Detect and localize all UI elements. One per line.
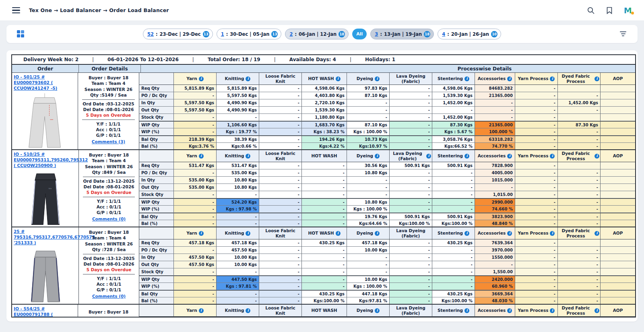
info-icon[interactable]: i	[550, 308, 555, 313]
info-icon[interactable]: i	[507, 231, 512, 236]
info-icon[interactable]: i	[246, 154, 250, 159]
info-icon[interactable]: i	[507, 76, 512, 81]
info-icon[interactable]: i	[464, 154, 469, 159]
info-icon[interactable]: i	[464, 76, 469, 81]
info-icon[interactable]: i	[594, 308, 599, 313]
data-cell: -	[259, 99, 302, 107]
week-number-link[interactable]: 4	[442, 31, 445, 37]
info-icon[interactable]: i	[375, 76, 380, 81]
info-icon[interactable]: i	[199, 154, 204, 159]
process-column-header: Stenteringi	[432, 73, 475, 85]
data-cell: -	[515, 213, 558, 220]
info-icon[interactable]: i	[594, 154, 599, 159]
data-cell: -	[174, 268, 217, 276]
info-icon[interactable]: i	[336, 231, 341, 236]
info-icon[interactable]: i	[426, 154, 431, 159]
data-cell: -	[558, 206, 601, 213]
data-cell: -	[515, 92, 558, 99]
info-icon[interactable]: i	[507, 154, 512, 159]
process-column-label: Yarn	[186, 153, 197, 158]
order-link[interactable]: IO - 501/25 # EU0000793602 ( CCUOW241247…	[14, 74, 76, 91]
info-icon[interactable]: i	[594, 231, 599, 236]
detail-ratio-line: Acc : 0/1/1	[80, 281, 137, 287]
comments-link[interactable]: Comments (3)	[92, 139, 125, 144]
data-cell	[601, 99, 635, 107]
data-cell: 63318.282	[475, 136, 515, 143]
data-cell: -	[259, 92, 302, 99]
order-details-cell: Buyer : Buyer 18Team : Team 4Season : WI…	[78, 73, 139, 149]
comments-link[interactable]: Comments (0)	[92, 216, 126, 222]
info-icon[interactable]: i	[507, 308, 512, 313]
info-icon[interactable]: i	[375, 231, 380, 236]
data-cell: Kgs:97.81 %	[347, 297, 390, 305]
process-column-label: Knitting	[225, 231, 244, 235]
data-cell: -	[515, 114, 558, 121]
data-cell: -	[558, 128, 601, 136]
info-icon[interactable]: i	[464, 308, 469, 313]
week-filter-chip[interactable]: 2:06-Jan | 12-Jan18	[285, 29, 349, 39]
process-column-header: Dyed Fabric Processi	[558, 305, 601, 317]
chip-count-badge: 10	[491, 31, 497, 37]
data-cell: -	[558, 290, 601, 297]
filter-icon[interactable]	[620, 31, 626, 36]
week-number-link[interactable]: 52	[147, 31, 154, 37]
info-icon[interactable]: i	[199, 308, 204, 313]
process-column-label: HOT WASH	[311, 153, 337, 158]
order-link[interactable]: IO - 510/25 # EU0000795311,795260,795312…	[14, 151, 77, 169]
process-column-label: Yarn Process	[518, 231, 549, 235]
detail-line: Buyer : Buyer 18	[80, 229, 137, 235]
data-cell: -	[515, 136, 558, 143]
process-column-header: Knittingi	[217, 227, 259, 239]
process-column-header: Knittingi	[217, 73, 259, 85]
info-icon[interactable]: i	[246, 231, 250, 236]
info-icon[interactable]: i	[550, 231, 555, 236]
week-number-link[interactable]: 3	[375, 31, 378, 37]
info-icon[interactable]: i	[375, 154, 380, 159]
info-icon[interactable]: i	[199, 76, 204, 81]
data-cell: -	[217, 191, 259, 198]
week-number-link[interactable]: 2	[289, 31, 293, 37]
data-cell: -	[558, 92, 601, 99]
chip-count-badge: 13	[203, 31, 209, 37]
order-link[interactable]: IO - 554/25 # EU0000791788 (	[14, 306, 76, 317]
week-filter-chip[interactable]: 1:30-Dec | 05-Jan13	[217, 29, 282, 39]
bookmark-icon[interactable]	[605, 6, 613, 14]
data-cell: -	[259, 121, 302, 128]
process-column-label: AOP	[613, 153, 623, 158]
process-column-header: Accessoriesi	[475, 150, 515, 162]
hamburger-menu-icon[interactable]	[12, 7, 20, 14]
info-icon[interactable]: i	[375, 308, 380, 313]
week-filter-chip[interactable]: 52:23-Dec | 29-Dec13	[143, 29, 213, 39]
info-icon[interactable]: i	[336, 76, 341, 81]
data-cell: -	[347, 254, 390, 261]
info-icon[interactable]: i	[550, 76, 555, 81]
info-icon[interactable]: i	[594, 76, 599, 81]
all-weeks-chip[interactable]: All	[352, 29, 367, 39]
data-cell: Kgs:3.76 %	[174, 143, 217, 150]
info-icon[interactable]: i	[199, 231, 204, 236]
process-table: YarniKnittingiLoose Fabric KnitHOT WASHi…	[139, 227, 635, 304]
info-icon[interactable]: i	[464, 231, 469, 236]
info-icon[interactable]: i	[246, 308, 250, 313]
week-number-link[interactable]: 1	[221, 31, 224, 37]
data-cell: -	[259, 283, 302, 290]
data-cell: -	[390, 128, 432, 136]
data-cell: -	[432, 184, 475, 191]
process-column-header: AOP	[601, 73, 635, 85]
order-cell: 25 # 795316,795317,6770576,6770575 '2513…	[12, 227, 79, 304]
search-icon[interactable]	[587, 6, 595, 14]
data-cell: -	[515, 261, 558, 268]
week-filter-chip[interactable]: 3:13-Jan | 19-Jan18	[370, 29, 434, 39]
comments-link[interactable]: Comments (0)	[92, 293, 126, 299]
dashboard-grid-icon[interactable]	[17, 30, 24, 37]
process-column-header: Stenteringi	[432, 150, 475, 162]
data-cell: 2990.000	[475, 198, 515, 206]
order-link[interactable]: 25 # 795316,795317,6770576,6770575 '2513…	[14, 229, 77, 246]
app-logo[interactable]: M	[624, 6, 632, 15]
week-filter-chip[interactable]: 4:20-Jan | 26-Jan10	[438, 29, 501, 39]
info-icon[interactable]: i	[550, 154, 555, 159]
data-cell: -	[347, 191, 390, 198]
info-icon[interactable]: i	[246, 76, 250, 81]
detail-date-line: Del Date :08-01-2026	[80, 261, 137, 267]
row-label: WIP Qty	[139, 276, 174, 283]
